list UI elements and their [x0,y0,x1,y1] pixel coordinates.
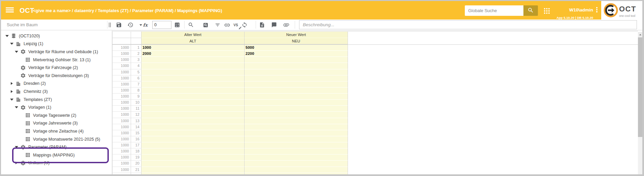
neu-value-cell[interactable] [245,124,348,130]
neu-value-cell[interactable] [245,173,348,174]
alt-value-cell[interactable] [141,167,245,173]
tree-item-vorlage-monatswerte-2021-2025-5[interactable]: Vorlage Monatswerte 2021-2025 (5) [1,135,112,143]
vs-edit-icon[interactable]: VS [232,22,239,28]
alt-value-cell[interactable] [141,87,245,94]
tree-item-templates-zt[interactable]: Templates (ZT) [1,96,112,104]
tree-item-vorlage-jahreswerte-3[interactable]: Vorlage Jahreswerte (3) [1,119,112,128]
tree-search-input[interactable] [1,20,107,30]
row-group-cell[interactable]: 1000 [112,75,131,81]
row-group-cell[interactable]: 1000 [112,161,131,167]
row-group-cell[interactable]: 1000 [112,63,131,69]
alt-value-cell[interactable] [141,148,245,154]
row-group-cell[interactable]: 1000 [112,51,131,57]
alt-value-cell[interactable] [141,161,245,167]
row-group-cell[interactable]: 1000 [112,69,131,75]
neu-value-cell[interactable] [245,75,348,81]
neu-value-cell[interactable] [245,112,348,118]
row-number-cell[interactable]: 13 [131,118,141,124]
history-icon[interactable] [127,22,134,28]
expander-closed-icon[interactable] [14,162,19,164]
row-group-cell[interactable]: 1000 [112,173,131,174]
column-header-alt-code[interactable]: ALT [141,38,245,44]
neu-value-cell[interactable]: 2200 [245,51,348,57]
formula-dropdown-icon[interactable]: fx [138,22,149,28]
row-number-cell[interactable]: 3 [131,57,141,63]
row-number-cell[interactable]: 11 [131,106,141,112]
row-number-cell[interactable]: 5 [131,69,141,75]
expander-closed-icon[interactable] [9,82,14,85]
expander-open-icon[interactable] [9,99,14,101]
link-icon[interactable] [223,22,231,28]
row-number-cell[interactable]: 15 [131,130,141,136]
alt-value-cell[interactable] [141,106,245,112]
global-search-input[interactable] [465,5,523,16]
alt-value-cell[interactable] [141,142,245,148]
row-number-cell[interactable]: 14 [131,124,141,130]
alt-value-cell[interactable]: 1000 [141,45,245,51]
row-number-cell[interactable]: 21 [131,167,141,173]
expander-open-icon[interactable] [14,51,19,53]
column-header-neu-code[interactable]: NEU [245,38,348,44]
alt-value-cell[interactable] [141,81,245,87]
column-header-alt-title[interactable]: Alter Wert [141,32,245,38]
row-group-cell[interactable]: 1000 [112,57,131,63]
tree-item-vorlage-ohne-zeitachse-4[interactable]: Vorlage ohne Zeitachse (4) [1,127,112,135]
alt-value-cell[interactable] [141,136,245,142]
row-group-cell[interactable]: 1000 [112,167,131,173]
tree-item-mappings-mapping[interactable]: Mappings (MAPPING) [1,151,112,159]
alt-value-cell[interactable] [141,75,245,81]
search-icon[interactable] [187,22,195,28]
alt-value-cell[interactable] [141,69,245,75]
neu-value-cell[interactable] [245,154,348,161]
row-group-cell[interactable]: 1000 [112,45,131,51]
neu-value-cell[interactable] [245,118,348,124]
tree-item-vertr-ge-f-r-fahrzeuge-2[interactable]: Verträge für Fahrzeuge (2) [1,64,112,72]
breadcrumb[interactable]: <give me a name> / dataentry / Templates… [33,8,222,13]
neu-value-cell[interactable] [245,142,348,148]
scroll-up-button[interactable] [638,32,642,37]
neu-value-cell[interactable] [245,136,348,142]
neu-value-cell[interactable] [245,94,348,100]
global-search-button[interactable] [523,5,538,16]
row-number-cell[interactable]: 6 [131,75,141,81]
expander-open-icon[interactable] [14,106,19,108]
tree-item-vorlagen-1[interactable]: Vorlagen (1) [1,103,112,111]
alt-value-cell[interactable] [141,118,245,124]
neu-value-cell[interactable] [245,63,348,69]
neu-value-cell[interactable] [245,167,348,173]
row-group-cell[interactable]: 1000 [112,148,131,154]
neu-value-cell[interactable] [245,130,348,136]
save-icon[interactable] [115,22,123,28]
alt-value-cell[interactable] [141,154,245,161]
expander-closed-icon[interactable] [9,90,14,93]
row-number-cell[interactable]: 4 [131,63,141,69]
row-number-cell[interactable]: 7 [131,81,141,87]
tree-item-unikum-u[interactable]: Unikum (U) [1,159,112,167]
neu-value-cell[interactable] [245,148,348,154]
counter-input[interactable] [152,21,171,29]
neu-value-cell[interactable] [245,69,348,75]
vertical-scrollbar[interactable] [638,32,642,174]
current-user[interactable]: W10\admin [555,6,593,14]
row-group-cell[interactable]: 1000 [112,130,131,136]
neu-value-cell[interactable] [245,161,348,167]
comment-icon[interactable] [270,22,278,28]
expander-open-icon[interactable] [4,35,10,37]
tree-item-dresden-2[interactable]: Dresden (2) [1,80,112,88]
row-group-cell[interactable]: 1000 [112,136,131,142]
row-number-cell[interactable]: 18 [131,148,141,154]
alt-value-cell[interactable] [141,173,245,174]
row-group-cell[interactable]: 1000 [112,106,131,112]
tree-item-chemnitz-3[interactable]: Chemnitz (3) [1,87,112,96]
row-number-cell[interactable]: 20 [131,161,141,167]
row-group-cell[interactable]: 1000 [112,100,131,106]
row-number-cell[interactable]: 9 [131,94,141,100]
expander-open-icon[interactable] [9,43,14,45]
row-number-cell[interactable]: 17 [131,142,141,148]
expander-open-icon[interactable] [14,146,19,148]
neu-value-cell[interactable] [245,106,348,112]
row-group-cell[interactable]: 1000 [112,94,131,100]
tree-item-oct1020[interactable]: (OCT1020) [1,32,112,40]
alt-value-cell[interactable] [141,112,245,118]
search-in-grid-icon[interactable] [202,22,209,28]
